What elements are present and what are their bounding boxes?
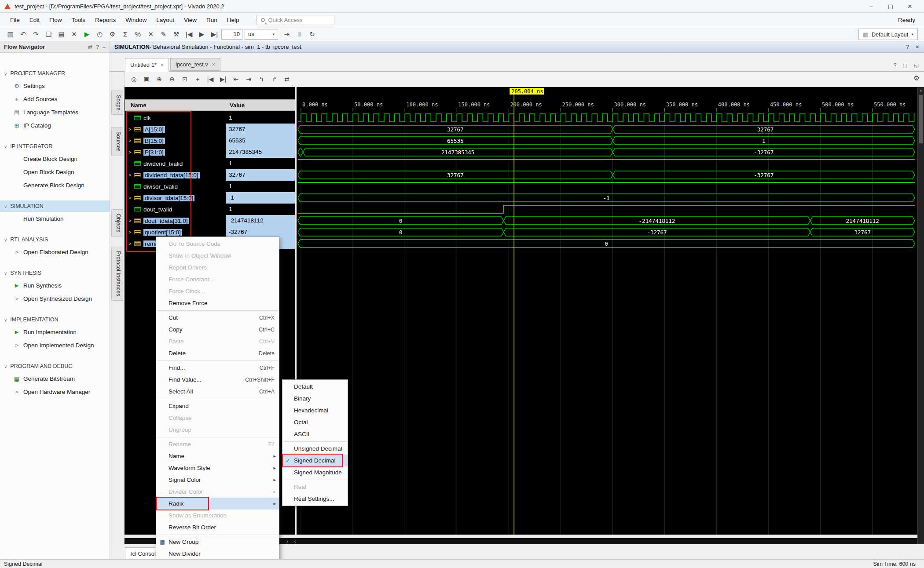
flow-item-create-block-design[interactable]: Create Block Design: [0, 152, 110, 165]
flow-item-run-implementation[interactable]: ▶Run Implementation: [0, 325, 110, 339]
layout-select[interactable]: ▥ Default Layout ▾: [858, 29, 918, 40]
relaunch-icon[interactable]: ↻: [306, 29, 318, 40]
open-design-icon[interactable]: ▥: [4, 29, 16, 40]
close-tab-icon[interactable]: ×: [212, 62, 215, 68]
history-icon[interactable]: ◷: [94, 29, 106, 40]
menu-item-name[interactable]: Name▸: [156, 450, 279, 462]
menu-edit[interactable]: Edit: [25, 13, 44, 27]
flow-item-open-hardware-manager[interactable]: >Open Hardware Manager: [0, 385, 110, 398]
dock-icon[interactable]: ⇄: [88, 44, 92, 50]
cancel-icon[interactable]: ✕: [145, 29, 157, 40]
signal-row-clk[interactable]: clk: [125, 112, 226, 124]
menu-file[interactable]: File: [5, 13, 25, 27]
expand-caret-icon[interactable]: >: [128, 172, 134, 178]
save-icon[interactable]: ▣: [141, 74, 152, 85]
waveform-canvas[interactable]: 0.000 ns50.000 ns100.000 ns150.000 ns200…: [297, 87, 917, 544]
flow-item-language-templates[interactable]: ▤Language Templates: [0, 106, 110, 119]
expand-caret-icon[interactable]: >: [128, 127, 134, 132]
radix-option-unsigned-decimal[interactable]: Unsigned Decimal: [282, 443, 348, 455]
tab-ipcore-test-v[interactable]: ipcore_test.v×: [170, 58, 220, 71]
flow-section-project-manager[interactable]: ∨PROJECT MANAGER: [0, 68, 110, 79]
signal-value-p-31-0[interactable]: 2147385345: [226, 146, 295, 158]
close-button[interactable]: ✕: [900, 0, 920, 12]
radix-option-octal[interactable]: Octal: [282, 416, 348, 428]
flow-item-add-sources[interactable]: +Add Sources: [0, 92, 110, 106]
side-tab-protocol-instances[interactable]: Protocol Instances: [111, 247, 123, 301]
time-unit-select[interactable]: us ▾: [245, 29, 278, 40]
run-green-icon[interactable]: ▶: [81, 29, 93, 40]
float-window-icon[interactable]: ▢: [902, 62, 907, 69]
signal-row-dout-tdata-31-0[interactable]: >dout_tdata[31:0]: [125, 215, 226, 226]
menu-run[interactable]: Run: [202, 13, 222, 27]
flow-item-open-implemented-design[interactable]: >Open Implemented Design: [0, 339, 110, 352]
paste-icon[interactable]: ▤: [55, 29, 67, 40]
radix-option-ascii[interactable]: ASCII: [282, 428, 348, 440]
scroll-left-icon[interactable]: ‹: [294, 539, 296, 544]
radix-option-hexadecimal[interactable]: Hexadecimal: [282, 404, 348, 416]
signal-value-dividend-tvalid[interactable]: 1: [226, 158, 295, 169]
flow-item-open-synthesized-design[interactable]: >Open Synthesized Design: [0, 292, 110, 305]
zoom-to-cursor-icon[interactable]: +: [192, 74, 203, 85]
signal-value-dout-tvalid[interactable]: 1: [226, 204, 295, 215]
zoom-out-icon[interactable]: ⊖: [166, 74, 178, 85]
edit-icon[interactable]: ✎: [158, 29, 169, 40]
section-expand-icon[interactable]: ∨: [4, 144, 7, 149]
radix-option-signed-decimal[interactable]: ✓Signed Decimal: [282, 455, 348, 466]
flow-item-run-simulation[interactable]: Run Simulation: [0, 212, 110, 225]
flow-item-ip-catalog[interactable]: ⊞IP Catalog: [0, 119, 110, 132]
menu-item-reverse-bit-order[interactable]: Reverse Bit Order: [156, 521, 279, 533]
flow-item-open-block-design[interactable]: Open Block Design: [0, 165, 110, 178]
menu-item-select-all[interactable]: Select AllCtrl+A: [156, 386, 279, 397]
flow-section-rtl-analysis[interactable]: ∨RTL ANALYSIS: [0, 234, 110, 245]
swap-cursor-icon[interactable]: ⇄: [281, 74, 293, 85]
signal-row-b-15-0[interactable]: >B[15:0]: [125, 135, 226, 146]
menu-item-show-as-enumeration[interactable]: Show as Enumeration: [156, 510, 279, 521]
signal-row-dividend-tdata-15-0[interactable]: >dividend_tdata[15:0]: [125, 169, 226, 181]
help-icon[interactable]: ?: [906, 44, 909, 50]
menu-window[interactable]: Window: [121, 13, 151, 27]
menu-item-copy[interactable]: CopyCtrl+C: [156, 324, 279, 335]
menu-layout[interactable]: Layout: [151, 13, 179, 27]
section-expand-icon[interactable]: ∨: [4, 237, 7, 242]
radix-option-default[interactable]: Default: [282, 381, 348, 393]
maximize-button[interactable]: ▢: [881, 0, 900, 12]
menu-item-delete[interactable]: DeleteDelete: [156, 347, 279, 359]
expand-caret-icon[interactable]: >: [128, 229, 134, 235]
help-icon[interactable]: ?: [96, 44, 99, 50]
tab-untitled-1[interactable]: Untitled 1*×: [125, 58, 169, 72]
redo-icon[interactable]: ↷: [30, 29, 42, 40]
report-percent-icon[interactable]: %: [132, 29, 144, 40]
signal-value-a-15-0[interactable]: 32767: [226, 124, 295, 135]
go-to-end-icon[interactable]: ▶|: [217, 74, 229, 85]
add-marker-after-icon[interactable]: ↱: [268, 74, 280, 85]
flow-section-simulation[interactable]: ∨SIMULATION: [0, 200, 110, 212]
zoom-in-icon[interactable]: ⊕: [154, 74, 165, 85]
radix-option-real[interactable]: Real: [282, 481, 348, 493]
section-expand-icon[interactable]: ∨: [4, 271, 7, 276]
side-tab-sources[interactable]: Sources: [111, 127, 123, 156]
menu-item-find-value[interactable]: Find Value...Ctrl+Shift+F: [156, 374, 279, 386]
signal-value-divisor-tvalid[interactable]: 1: [226, 181, 295, 192]
section-expand-icon[interactable]: ∨: [4, 317, 7, 322]
menu-item-force-constant[interactable]: Force Constant...: [156, 273, 279, 285]
flow-item-open-elaborated-design[interactable]: >Open Elaborated Design: [0, 245, 110, 259]
signal-row-divisor-tdata-15-0[interactable]: >divisor_tdata[15:0]: [125, 192, 226, 204]
menu-item-expand[interactable]: Expand: [156, 400, 279, 412]
timeline-cursor[interactable]: 205.004 ns: [510, 88, 544, 535]
radix-option-signed-magnitude[interactable]: Signed Magnitude: [282, 466, 348, 478]
menu-view[interactable]: View: [179, 13, 202, 27]
go-to-start-icon[interactable]: |◀: [205, 74, 216, 85]
flow-item-run-synthesis[interactable]: ▶Run Synthesis: [0, 279, 110, 292]
menu-tools[interactable]: Tools: [67, 13, 91, 27]
menu-item-cut[interactable]: CutCtrl+X: [156, 312, 279, 324]
add-marker-before-icon[interactable]: ↰: [256, 74, 267, 85]
signal-row-a-15-0[interactable]: >A[15:0]: [125, 124, 226, 135]
simulation-time-input[interactable]: [221, 29, 242, 40]
menu-item-rename[interactable]: RenameF2: [156, 438, 279, 450]
signal-row-dout-tvalid[interactable]: dout_tvalid: [125, 204, 226, 215]
menu-item-divider-color[interactable]: Divider Color▸: [156, 486, 279, 498]
expand-caret-icon[interactable]: >: [128, 218, 134, 223]
close-panel-icon[interactable]: ✕: [915, 44, 920, 50]
previous-transition-icon[interactable]: ⇤: [230, 74, 242, 85]
tools-icon[interactable]: ⚒: [170, 29, 182, 40]
